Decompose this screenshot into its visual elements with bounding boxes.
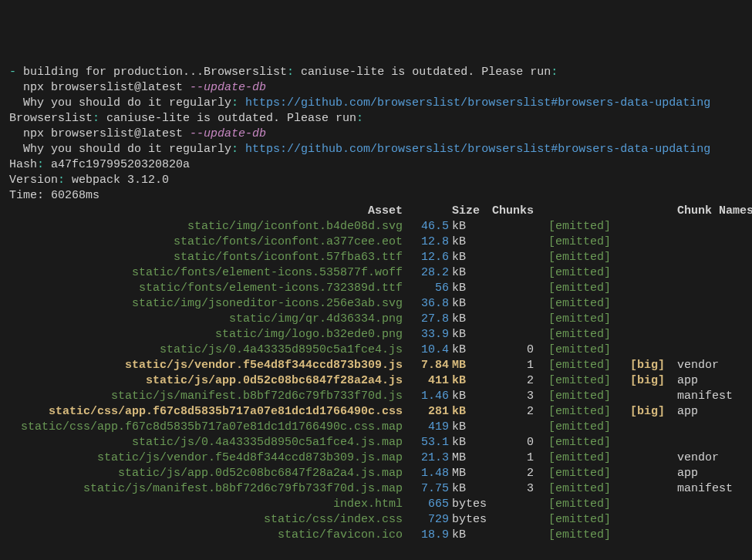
- header-size: Size: [449, 204, 487, 219]
- asset-unit: bytes: [449, 497, 487, 512]
- asset-chunk: 3: [487, 481, 534, 497]
- line-why2: Why you should do it regularly: https://…: [9, 142, 743, 157]
- asset-unit: kB: [449, 312, 487, 327]
- colon: :: [551, 66, 558, 79]
- asset-name: static/css/app.f67c8d5835b717a07e81dc1d1…: [9, 404, 403, 420]
- line-time: Time: 60268ms: [9, 188, 743, 204]
- table-row: static/css/app.f67c8d5835b717a07e81dc1d1…: [9, 420, 743, 435]
- asset-unit: kB: [449, 528, 487, 543]
- asset-chunk: 2: [487, 373, 534, 389]
- line-building: - building for production...Browserslist…: [9, 65, 743, 80]
- colon: :: [93, 112, 99, 125]
- asset-size: 7.75: [403, 481, 449, 497]
- emitted-tag: [emitted]: [534, 327, 611, 342]
- asset-chunk: 1: [487, 450, 534, 466]
- npx-cmd: npx browserslist@latest: [9, 81, 190, 94]
- colon: :: [231, 96, 238, 110]
- asset-unit: kB: [449, 327, 487, 342]
- asset-name: static/css/index.css: [9, 512, 403, 528]
- emitted-tag: [emitted]: [534, 420, 611, 435]
- asset-name: static/js/manifest.b8bf72d6c79fb733f70d.…: [9, 481, 403, 497]
- big-tag: [big]: [611, 373, 665, 389]
- asset-unit: kB: [449, 481, 487, 497]
- emitted-tag: [emitted]: [534, 219, 611, 234]
- browserslist-url[interactable]: https://github.com/browserslist/browsers…: [245, 143, 710, 156]
- asset-unit: kB: [449, 435, 487, 450]
- header-chunks: Chunks: [487, 204, 534, 219]
- chunk-name: manifest: [665, 389, 734, 404]
- line-hash: Hash: a47fc19799520320820a: [9, 157, 743, 173]
- table-row: static/js/0.4a43335d8950c5a1fce4.js.map5…: [9, 435, 743, 450]
- asset-name: static/js/vendor.f5e4d8f344ccd873b309.js…: [9, 450, 403, 466]
- asset-name: static/fonts/element-icons.732389d.ttf: [9, 281, 403, 296]
- table-row: static/js/app.0d52c08bc6847f28a2a4.js.ma…: [9, 466, 743, 481]
- table-row: static/css/app.f67c8d5835b717a07e81dc1d1…: [9, 404, 743, 420]
- chunk-name: manifest: [665, 481, 734, 497]
- big-tag: [big]: [611, 404, 665, 420]
- emitted-tag: [emitted]: [534, 250, 611, 265]
- colon: :: [287, 66, 294, 79]
- table-row: static/js/vendor.f5e4d8f344ccd873b309.js…: [9, 358, 743, 373]
- emitted-tag: [emitted]: [534, 265, 611, 281]
- asset-name: static/js/manifest.b8bf72d6c79fb733f70d.…: [9, 389, 403, 404]
- asset-size: 419: [403, 420, 449, 435]
- asset-size: 36.8: [403, 296, 449, 312]
- asset-size: 33.9: [403, 327, 449, 342]
- asset-size: 12.8: [403, 234, 449, 250]
- asset-name: static/img/iconfont.b4de08d.svg: [9, 219, 403, 234]
- asset-name: static/css/app.f67c8d5835b717a07e81dc1d1…: [9, 420, 403, 435]
- chunk-name: app: [665, 404, 734, 420]
- asset-size: 46.5: [403, 219, 449, 234]
- asset-unit: kB: [449, 296, 487, 312]
- chunk-name: vendor: [665, 358, 734, 373]
- asset-size: 12.6: [403, 250, 449, 265]
- asset-name: static/js/vendor.f5e4d8f344ccd873b309.js: [9, 358, 403, 373]
- emitted-tag: [emitted]: [534, 497, 611, 512]
- asset-unit: kB: [449, 234, 487, 250]
- table-row: static/fonts/element-icons.732389d.ttf56…: [9, 281, 743, 296]
- table-row: static/img/iconfont.b4de08d.svg46.5kB[em…: [9, 219, 743, 234]
- building-msg: building for production...: [16, 66, 204, 79]
- asset-size: 7.84: [403, 358, 449, 373]
- asset-unit: MB: [449, 358, 487, 373]
- asset-size: 21.3: [403, 450, 449, 466]
- table-row: static/js/app.0d52c08bc6847f28a2a4.js411…: [9, 373, 743, 389]
- asset-unit: kB: [449, 373, 487, 389]
- asset-size: 665: [403, 497, 449, 512]
- asset-unit: kB: [449, 420, 487, 435]
- asset-size: 1.46: [403, 389, 449, 404]
- asset-chunk: 0: [487, 435, 534, 450]
- table-row: static/fonts/iconfont.57fba63.ttf12.6kB[…: [9, 250, 743, 265]
- asset-name: static/img/qr.4d36334.png: [9, 312, 403, 327]
- colon: :: [58, 174, 65, 187]
- table-row: static/js/0.4a43335d8950c5a1fce4.js10.4k…: [9, 342, 743, 358]
- emitted-tag: [emitted]: [534, 435, 611, 450]
- asset-chunk: 2: [487, 404, 534, 420]
- why-msg: Why you should do it regularly: [9, 143, 231, 156]
- update-db-flag: --update-db: [190, 127, 266, 140]
- table-row: static/js/manifest.b8bf72d6c79fb733f70d.…: [9, 389, 743, 404]
- why-msg: Why you should do it regularly: [9, 96, 231, 110]
- table-row: static/fonts/element-icons.535877f.woff2…: [9, 265, 743, 281]
- table-row: static/css/index.css729bytes[emitted]: [9, 512, 743, 528]
- colon: :: [231, 143, 238, 156]
- chunk-name: vendor: [665, 450, 734, 466]
- table-row: static/js/vendor.f5e4d8f344ccd873b309.js…: [9, 450, 743, 466]
- asset-unit: bytes: [449, 512, 487, 528]
- dash-icon: -: [9, 66, 16, 79]
- colon: :: [356, 112, 363, 125]
- emitted-tag: [emitted]: [534, 312, 611, 327]
- asset-name: static/fonts/element-icons.535877f.woff: [9, 265, 403, 281]
- line-version: Version: webpack 3.12.0: [9, 173, 743, 188]
- asset-size: 1.48: [403, 466, 449, 481]
- big-tag: [big]: [611, 358, 665, 373]
- asset-chunk: 2: [487, 466, 534, 481]
- browserslist-url[interactable]: https://github.com/browserslist/browsers…: [245, 96, 710, 110]
- header-asset: Asset: [9, 204, 403, 219]
- asset-unit: kB: [449, 281, 487, 296]
- asset-unit: MB: [449, 450, 487, 466]
- emitted-tag: [emitted]: [534, 450, 611, 466]
- chunk-name: app: [665, 466, 734, 481]
- asset-chunk: 1: [487, 358, 534, 373]
- outdated-msg: caniuse-lite is outdated. Please run: [294, 66, 551, 79]
